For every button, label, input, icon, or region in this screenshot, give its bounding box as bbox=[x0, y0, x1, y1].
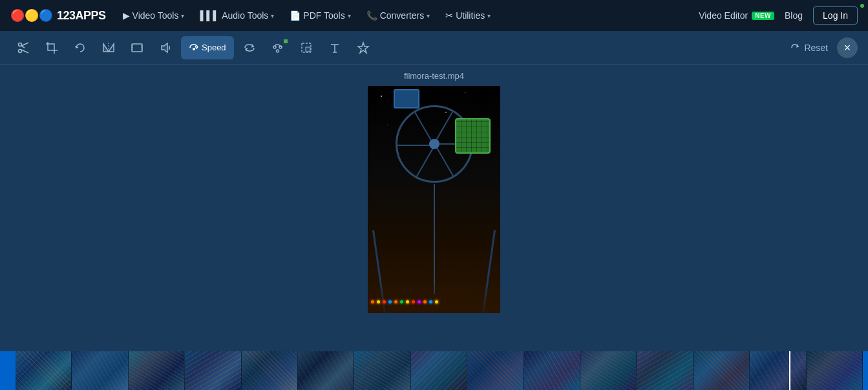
thumb-frame bbox=[16, 351, 72, 390]
svg-point-0 bbox=[19, 43, 22, 46]
fw-light bbox=[388, 300, 392, 303]
main-content: filmora-test.mp4 bbox=[0, 65, 868, 351]
thumb-frame bbox=[524, 351, 580, 390]
fw-light bbox=[371, 300, 374, 303]
thumb-frame bbox=[807, 351, 863, 390]
file-name-label: filmora-test.mp4 bbox=[404, 71, 464, 81]
speed-label: Speed bbox=[202, 43, 226, 52]
video-editor-label: Video Editor bbox=[699, 10, 748, 21]
thumb-frame bbox=[72, 351, 128, 390]
nav-item-converters[interactable]: 📞 Converters ▾ bbox=[360, 6, 436, 25]
thumb-frame bbox=[185, 351, 241, 390]
watermark-tool-button[interactable] bbox=[350, 36, 376, 59]
resize-tool-button[interactable] bbox=[293, 36, 319, 59]
fw-light bbox=[412, 300, 415, 303]
fw-lights-row bbox=[371, 300, 497, 303]
thumb-frame bbox=[298, 351, 354, 390]
nav-item-video-tools[interactable]: ▶ Video Tools ▾ bbox=[116, 6, 191, 25]
video-editor-link[interactable]: Video Editor NEW bbox=[699, 10, 774, 21]
fw-light bbox=[423, 300, 427, 303]
frames-tool-button[interactable] bbox=[124, 36, 150, 59]
audio-tools-icon: ▌▌▌ bbox=[200, 10, 219, 21]
svg-marker-20 bbox=[162, 43, 167, 52]
logo-text: 123APPS bbox=[57, 9, 106, 23]
cut-tool-button[interactable] bbox=[10, 36, 36, 59]
transform-tool-button[interactable] bbox=[265, 36, 291, 59]
nav-item-pdf-tools[interactable]: 📄 PDF Tools ▾ bbox=[283, 6, 357, 25]
toolbar: Speed bbox=[0, 31, 868, 65]
logo-dots: 🔴🟡🔵 bbox=[10, 8, 53, 23]
login-button[interactable]: Log In bbox=[813, 6, 858, 25]
blog-link[interactable]: Blog bbox=[779, 6, 808, 25]
text-tool-button[interactable] bbox=[322, 36, 348, 59]
thumb-frame bbox=[750, 351, 806, 390]
reset-button[interactable]: Reset bbox=[783, 39, 834, 57]
logo[interactable]: 🔴🟡🔵 123APPS bbox=[10, 8, 106, 23]
svg-line-2 bbox=[21, 43, 28, 46]
chevron-down-icon: ▾ bbox=[181, 12, 184, 19]
fw-spoke bbox=[416, 145, 436, 178]
thumb-frame bbox=[693, 351, 750, 390]
nav-label-converters: Converters bbox=[380, 10, 424, 21]
close-button[interactable]: × bbox=[837, 37, 858, 58]
fw-spoke bbox=[434, 144, 454, 177]
nav-item-audio-tools[interactable]: ▌▌▌ Audio Tools ▾ bbox=[193, 6, 281, 25]
ferris-wheel-bg bbox=[368, 86, 500, 313]
nav-label-audio-tools: Audio Tools bbox=[222, 10, 268, 21]
nav-label-pdf-tools: PDF Tools bbox=[303, 10, 344, 21]
close-icon: × bbox=[844, 42, 851, 54]
nav-item-utilities[interactable]: ✂ Utilities ▾ bbox=[439, 6, 497, 25]
video-preview bbox=[368, 86, 500, 313]
rotate-tool-button[interactable] bbox=[67, 36, 93, 59]
nav-label-utilities: Utilities bbox=[456, 10, 485, 21]
nav-label-video-tools: Video Tools bbox=[132, 10, 179, 21]
fw-light bbox=[394, 300, 397, 303]
fw-light bbox=[406, 300, 409, 303]
svg-line-3 bbox=[21, 50, 28, 53]
fw-gondola-top bbox=[394, 89, 419, 108]
transform-dot bbox=[284, 39, 288, 43]
fw-gondola-grid bbox=[455, 118, 491, 154]
timeline-playhead[interactable] bbox=[789, 351, 790, 390]
timeline-strip[interactable] bbox=[0, 351, 868, 390]
timeline: 00:30.0 bbox=[0, 351, 868, 390]
timeline-right-handle[interactable] bbox=[863, 351, 868, 390]
thumb-frame bbox=[354, 351, 410, 390]
nav-right: Video Editor NEW Blog Log In bbox=[699, 6, 858, 25]
fw-gondola bbox=[455, 118, 491, 154]
fw-light bbox=[418, 300, 421, 303]
svg-rect-5 bbox=[48, 44, 54, 50]
svg-point-21 bbox=[193, 48, 195, 50]
fw-light bbox=[429, 300, 432, 303]
fw-light bbox=[383, 300, 386, 303]
speed-tool-button[interactable]: Speed bbox=[181, 36, 234, 59]
loop-tool-button[interactable] bbox=[237, 36, 262, 59]
svg-marker-10 bbox=[103, 44, 109, 52]
svg-point-22 bbox=[273, 46, 276, 48]
fw-light bbox=[377, 300, 380, 303]
timeline-left-handle[interactable] bbox=[0, 351, 16, 390]
new-badge: NEW bbox=[752, 12, 774, 20]
crop-tool-button[interactable] bbox=[39, 36, 65, 59]
star bbox=[465, 92, 465, 93]
thumb-frame bbox=[411, 351, 467, 390]
svg-marker-11 bbox=[109, 44, 114, 52]
svg-line-4 bbox=[21, 46, 25, 48]
chevron-down-icon: ▾ bbox=[348, 12, 351, 19]
utilities-icon: ✂ bbox=[445, 10, 453, 21]
audio-tool-button[interactable] bbox=[153, 36, 178, 59]
flip-tool-button[interactable] bbox=[96, 36, 122, 59]
chevron-down-icon: ▾ bbox=[487, 12, 491, 19]
pdf-tools-icon: 📄 bbox=[290, 10, 301, 21]
svg-point-24 bbox=[276, 50, 279, 52]
fw-hub bbox=[429, 139, 439, 149]
chevron-down-icon: ▾ bbox=[427, 12, 430, 19]
star bbox=[381, 96, 382, 97]
thumb-frame bbox=[129, 351, 185, 390]
svg-point-1 bbox=[19, 49, 22, 52]
thumb-frame bbox=[580, 351, 637, 390]
thumb-frame bbox=[242, 351, 298, 390]
svg-rect-13 bbox=[132, 44, 142, 52]
video-tools-icon: ▶ bbox=[123, 10, 130, 21]
converters-icon: 📞 bbox=[366, 10, 377, 21]
